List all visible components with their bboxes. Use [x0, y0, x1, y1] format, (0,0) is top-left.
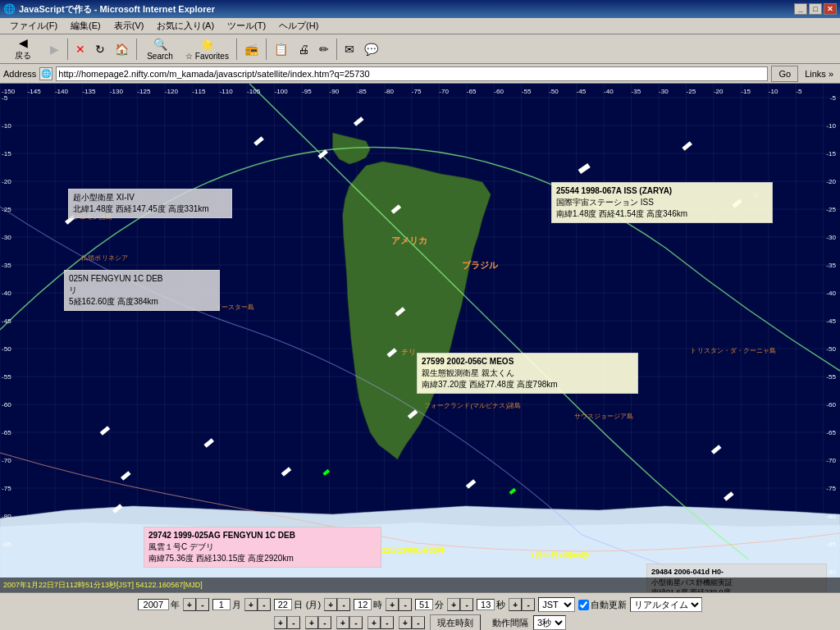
- btn-plus-2[interactable]: +: [305, 616, 318, 629]
- year-label: 年: [171, 599, 180, 611]
- btn-minus-3[interactable]: -: [349, 616, 363, 629]
- svg-text:フォークランド(マルビナス)諸島: フォークランド(マルビナス)諸島: [424, 402, 521, 409]
- min-minus[interactable]: -: [460, 598, 473, 611]
- messenger-button[interactable]: 💬: [360, 37, 382, 62]
- min-buttons: + -: [447, 598, 473, 611]
- search-icon: 🔍: [153, 38, 167, 51]
- min-plus[interactable]: +: [447, 598, 460, 611]
- search-label: Search: [147, 52, 173, 61]
- svg-text:-60: -60: [2, 401, 11, 409]
- btn-plus-5[interactable]: +: [399, 616, 412, 629]
- btn-plus-4[interactable]: +: [368, 616, 381, 629]
- back-button[interactable]: ◀ 戻る: [3, 37, 43, 62]
- day-buttons: + -: [324, 598, 350, 611]
- media-button[interactable]: 📻: [240, 37, 262, 62]
- print-button[interactable]: 🖨: [294, 37, 313, 62]
- auto-update-label[interactable]: 自動更新: [578, 599, 627, 611]
- svg-text:トリスタン・ダ・クーニャ島: トリスタン・ダ・クーニャ島: [691, 347, 777, 354]
- url-input[interactable]: [56, 66, 768, 81]
- month-buttons: + -: [244, 598, 271, 611]
- svg-text:-25: -25: [2, 206, 11, 213]
- day-input[interactable]: [274, 599, 292, 610]
- interval-select[interactable]: 1秒 2秒 3秒 5秒: [533, 615, 566, 630]
- svg-text:仏領ポリネシア: 仏領ポリネシア: [80, 254, 127, 262]
- year-input[interactable]: [138, 599, 169, 610]
- menu-tools[interactable]: ツール(T): [221, 18, 272, 34]
- now-button[interactable]: 現在時刻: [430, 614, 481, 630]
- btn-plus-3[interactable]: +: [336, 616, 349, 629]
- month-input[interactable]: [212, 599, 231, 610]
- refresh-button[interactable]: ↻: [91, 37, 109, 62]
- year-minus[interactable]: -: [196, 598, 209, 611]
- menu-favorites[interactable]: お気に入り(A): [150, 18, 221, 34]
- year-field: 年: [138, 599, 180, 611]
- svg-text:-110: -110: [220, 88, 234, 95]
- mail-button[interactable]: ✉: [340, 37, 358, 62]
- svg-text:-15: -15: [2, 150, 11, 158]
- toolbar: ◀ 戻る ▶ ✕ ↻ 🏠 🔍 Search ⭐ ☆ Favorites 📻 📋 …: [0, 34, 840, 64]
- svg-text:-20: -20: [2, 178, 11, 185]
- menu-view[interactable]: 表示(V): [107, 18, 151, 34]
- svg-text:-25: -25: [686, 88, 696, 95]
- svg-text:-40: -40: [826, 290, 836, 297]
- svg-text:-30: -30: [2, 234, 11, 241]
- btn-minus-5[interactable]: -: [412, 616, 425, 629]
- sat-name-xi-iv: 超小型衛星 XI-IV: [73, 192, 227, 203]
- btn-minus-2[interactable]: -: [318, 616, 331, 629]
- toolbar-sep-1: [67, 39, 68, 60]
- sec-input[interactable]: [477, 599, 495, 610]
- svg-text:ブラジル: ブラジル: [462, 260, 499, 270]
- minimize-button[interactable]: _: [794, 3, 807, 15]
- day-field: 日: [274, 599, 303, 611]
- forward-icon: ▶: [50, 43, 59, 56]
- history-icon: 📋: [274, 43, 288, 56]
- maximize-button[interactable]: □: [809, 3, 822, 15]
- svg-text:-65: -65: [467, 88, 477, 95]
- btn-minus-1[interactable]: -: [287, 616, 300, 629]
- svg-text:-20: -20: [714, 88, 724, 95]
- svg-text:アメリカ: アメリカ: [391, 235, 427, 245]
- toolbar-sep-4: [266, 39, 267, 60]
- stop-button[interactable]: ✕: [71, 37, 89, 62]
- menu-file[interactable]: ファイル(F): [3, 18, 64, 34]
- menu-edit[interactable]: 編集(E): [64, 18, 107, 34]
- forward-button[interactable]: ▶: [44, 37, 64, 62]
- search-button[interactable]: 🔍 Search: [140, 37, 180, 62]
- btn-minus-4[interactable]: -: [381, 616, 394, 629]
- auto-update-checkbox[interactable]: [578, 600, 589, 610]
- svg-text:-135: -135: [82, 88, 96, 95]
- month-plus[interactable]: +: [244, 598, 258, 611]
- edit-button[interactable]: ✏: [315, 37, 333, 62]
- btn-plus-1[interactable]: +: [274, 616, 287, 629]
- realtime-select[interactable]: リアルタイム 1秒 2秒 5秒: [630, 597, 702, 612]
- svg-text:-35: -35: [826, 262, 836, 269]
- hour-label: 時: [373, 599, 382, 611]
- menu-help[interactable]: ヘルプ(H): [272, 18, 325, 34]
- svg-text:-45: -45: [826, 317, 836, 325]
- history-button[interactable]: 📋: [270, 37, 292, 62]
- sat-id-meos: 27599 2002-056C MEOS: [422, 356, 633, 368]
- home-button[interactable]: 🏠: [111, 37, 133, 62]
- links-button[interactable]: Links »: [801, 68, 837, 80]
- svg-text:-95: -95: [302, 88, 312, 95]
- row2-btns-2: + -: [305, 616, 331, 629]
- day-plus[interactable]: +: [324, 598, 337, 611]
- min-field: 分: [415, 599, 444, 611]
- min-input[interactable]: [415, 599, 433, 610]
- close-button[interactable]: ✕: [824, 3, 837, 15]
- map-timestamp: 2007年1月22日7日112時51分13秒[JST] 54122.160567…: [0, 578, 840, 592]
- hour-input[interactable]: [354, 599, 372, 610]
- go-button[interactable]: Go: [771, 66, 798, 82]
- tz-select[interactable]: JST UTC: [538, 597, 575, 612]
- hour-minus[interactable]: -: [399, 598, 412, 611]
- sec-minus[interactable]: -: [522, 598, 535, 611]
- year-plus[interactable]: +: [183, 598, 196, 611]
- sec-plus[interactable]: +: [509, 598, 522, 611]
- month-minus[interactable]: -: [258, 598, 271, 611]
- day-minus[interactable]: -: [337, 598, 350, 611]
- svg-text:-75: -75: [412, 88, 422, 95]
- svg-text:-45: -45: [2, 317, 11, 325]
- favorites-button[interactable]: ⭐ ☆ Favorites: [181, 37, 233, 62]
- back-icon: ◀: [19, 36, 28, 49]
- hour-plus[interactable]: +: [386, 598, 399, 611]
